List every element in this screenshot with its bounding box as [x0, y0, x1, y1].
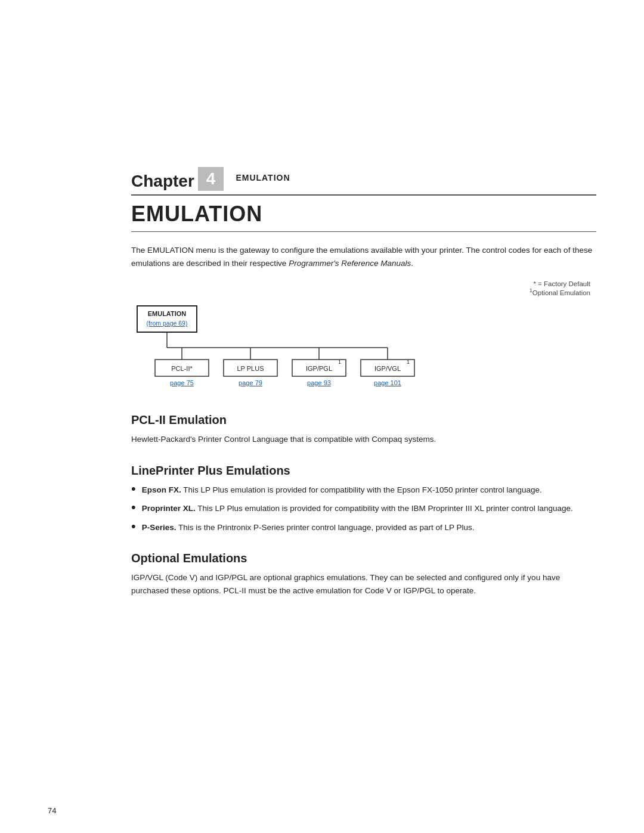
bullet-plain-2: This LP Plus emulation is provided for c… [196, 504, 573, 513]
list-item-proprinter: • Proprinter XL. This LP Plus emulation … [131, 502, 596, 515]
bullet-dot-1: • [131, 482, 136, 496]
igpvgl-page-link[interactable]: page 101 [374, 379, 401, 386]
chapter-word: Chapter [131, 172, 194, 191]
bullet-bold-2: Proprinter XL. [142, 504, 196, 513]
lp-page-link[interactable]: page 79 [239, 379, 262, 386]
bullet-bold-1: Epson FX. [142, 485, 181, 494]
main-title: EMULATION [131, 202, 596, 227]
diagram-legend: * = Factory Default 1Optional Emulation [131, 280, 590, 296]
list-item-epson: • Epson FX. This LP Plus emulation is pr… [131, 484, 596, 497]
bullet-plain-3: This is the Printronix P-Series printer … [177, 523, 475, 532]
chapter-number: 4 [198, 167, 224, 191]
emulation-diagram: * = Factory Default 1Optional Emulation … [131, 280, 596, 395]
bullet-bold-3: P-Series. [142, 523, 177, 532]
lineprinter-bullet-list: • Epson FX. This LP Plus emulation is pr… [131, 484, 596, 534]
bullet-plain-1: This LP Plus emulation is provided for c… [181, 485, 542, 494]
igpvgl-label: IGP/VGL [374, 365, 401, 372]
intro-text-2: . [411, 259, 413, 268]
chapter-title: EMULATION [236, 173, 290, 182]
list-item-pseries: • P-Series. This is the Printronix P-Ser… [131, 521, 596, 534]
bullet-text-3: P-Series. This is the Printronix P-Serie… [142, 521, 475, 534]
bullet-text-1: Epson FX. This LP Plus emulation is prov… [142, 484, 542, 497]
intro-paragraph: The EMULATION menu is the gateway to con… [131, 244, 596, 270]
emulation-box-link[interactable]: (from page 69) [147, 320, 188, 327]
igpvgl-superscript: 1 [407, 359, 410, 365]
page: Chapter 4 EMULATION EMULATION The EMULAT… [0, 0, 644, 833]
legend-star: * = Factory Default [533, 280, 590, 287]
bullet-text-2: Proprinter XL. This LP Plus emulation is… [142, 502, 573, 515]
optional-section-text: IGP/VGL (Code V) and IGP/PGL are optiona… [131, 571, 596, 597]
optional-section-heading: Optional Emulations [131, 552, 596, 565]
pcl-page-link[interactable]: page 75 [170, 379, 194, 386]
diagram-svg-wrapper: EMULATION (from page 69) PCL-II* page 75… [131, 300, 596, 395]
pcl-label: PCL-II* [171, 365, 193, 372]
pcl-section-text: Hewlett-Packard's Printer Control Langua… [131, 433, 596, 446]
intro-italic: Programmer's Reference Manuals [289, 259, 411, 268]
lineprinter-section-heading: LinePrinter Plus Emulations [131, 464, 596, 478]
bullet-dot-2: • [131, 501, 136, 514]
igppgl-page-link[interactable]: page 93 [307, 379, 331, 386]
diagram-svg: EMULATION (from page 69) PCL-II* page 75… [131, 300, 429, 395]
legend-super-num: 1Optional Emulation [530, 289, 590, 296]
chapter-header: Chapter 4 EMULATION [131, 0, 596, 196]
emulation-box-label: EMULATION [148, 310, 187, 317]
pcl-section-heading: PCL-II Emulation [131, 413, 596, 427]
page-number: 74 [48, 806, 56, 815]
bullet-dot-3: • [131, 520, 136, 533]
igppgl-label: IGP/PGL [306, 365, 332, 372]
lp-label: LP PLUS [237, 365, 264, 372]
igppgl-superscript: 1 [338, 359, 341, 365]
content-area: The EMULATION menu is the gateway to con… [131, 244, 596, 597]
main-title-section: EMULATION [131, 202, 596, 232]
